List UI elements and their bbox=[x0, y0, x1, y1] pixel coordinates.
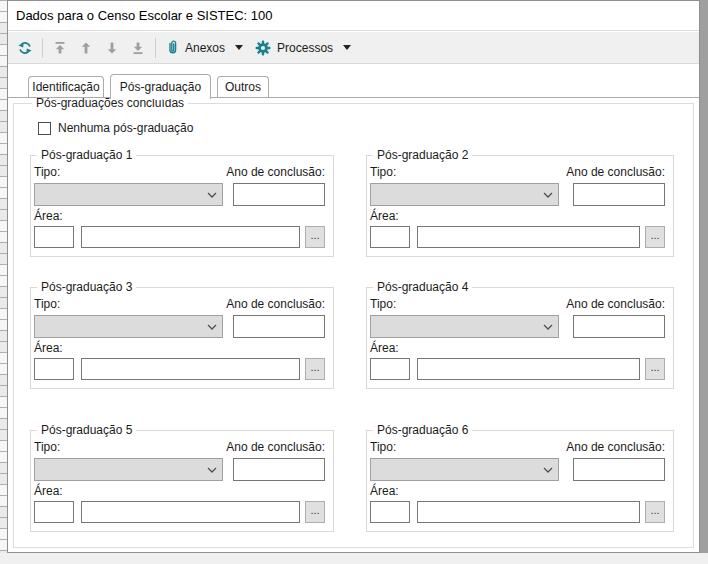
area-browse-button[interactable]: ... bbox=[645, 501, 665, 523]
toolbar-separator bbox=[155, 38, 156, 58]
ano-label: Ano de conclusão: bbox=[226, 440, 325, 454]
tipo-select[interactable] bbox=[370, 315, 559, 338]
ano-label: Ano de conclusão: bbox=[566, 440, 665, 454]
area-label: Área: bbox=[370, 209, 399, 223]
background-bottom-strip bbox=[0, 553, 708, 564]
groupbox-title: Pós-graduação 4 bbox=[373, 280, 472, 294]
tipo-select[interactable] bbox=[34, 458, 223, 481]
area-browse-button[interactable]: ... bbox=[305, 358, 325, 380]
area-code-input[interactable] bbox=[34, 358, 74, 380]
move-down-button[interactable] bbox=[99, 35, 125, 61]
checkbox-row: Nenhuma pós-graduação bbox=[38, 121, 193, 135]
area-code-input[interactable] bbox=[34, 501, 74, 523]
ano-conclusao-input[interactable] bbox=[573, 183, 665, 206]
area-browse-button[interactable]: ... bbox=[305, 501, 325, 523]
chevron-down-icon bbox=[202, 192, 222, 198]
area-label: Área: bbox=[370, 341, 399, 355]
ano-conclusao-input[interactable] bbox=[233, 458, 325, 481]
window-title: Dados para o Censo Escolar e SISTEC: 100 bbox=[16, 8, 273, 23]
move-last-icon bbox=[130, 40, 146, 56]
tipo-label: Tipo: bbox=[370, 440, 396, 454]
move-up-icon bbox=[78, 40, 94, 56]
area-desc-input[interactable] bbox=[417, 501, 640, 523]
titlebar[interactable]: Dados para o Censo Escolar e SISTEC: 100 bbox=[8, 1, 699, 31]
move-down-icon bbox=[104, 40, 120, 56]
nenhuma-pos-graduacao-checkbox[interactable] bbox=[38, 122, 51, 135]
tipo-select[interactable] bbox=[34, 315, 223, 338]
area-label: Área: bbox=[370, 484, 399, 498]
anexos-label: Anexos bbox=[185, 41, 225, 55]
groupbox-pos-graduacao-6: Pós-graduação 6 Tipo: Ano de conclusão: … bbox=[366, 430, 674, 532]
area-desc-input[interactable] bbox=[81, 226, 300, 248]
checkbox-label: Nenhuma pós-graduação bbox=[58, 121, 193, 135]
move-last-button[interactable] bbox=[125, 35, 151, 61]
ano-label: Ano de conclusão: bbox=[566, 297, 665, 311]
chevron-down-icon bbox=[202, 324, 222, 330]
groupbox-title: Pós-graduação 1 bbox=[37, 148, 136, 162]
ano-conclusao-input[interactable] bbox=[233, 183, 325, 206]
anexos-button[interactable]: Anexos bbox=[160, 35, 249, 61]
ano-conclusao-input[interactable] bbox=[573, 458, 665, 481]
area-browse-button[interactable]: ... bbox=[305, 226, 325, 248]
processos-button[interactable]: Processos bbox=[249, 35, 357, 61]
refresh-button[interactable] bbox=[12, 35, 38, 61]
chevron-down-icon bbox=[538, 467, 558, 473]
tipo-label: Tipo: bbox=[34, 297, 60, 311]
tab-pos-graduacao[interactable]: Pós-graduação bbox=[110, 74, 211, 99]
groupbox-pos-graduacao-5: Pós-graduação 5 Tipo: Ano de conclusão: … bbox=[30, 430, 334, 532]
area-desc-input[interactable] bbox=[417, 226, 640, 248]
groupbox-title: Pós-graduação 5 bbox=[37, 423, 136, 437]
groupbox-pos-graduacao-3: Pós-graduação 3 Tipo: Ano de conclusão: … bbox=[30, 287, 334, 389]
tab-label: Identificação bbox=[32, 80, 99, 94]
tab-identificacao[interactable]: Identificação bbox=[28, 76, 104, 97]
ano-label: Ano de conclusão: bbox=[566, 165, 665, 179]
tab-label: Pós-graduação bbox=[120, 80, 201, 94]
tipo-label: Tipo: bbox=[34, 440, 60, 454]
ano-conclusao-input[interactable] bbox=[573, 315, 665, 338]
move-first-icon bbox=[52, 40, 68, 56]
area-desc-input[interactable] bbox=[417, 358, 640, 380]
area-browse-button[interactable]: ... bbox=[645, 358, 665, 380]
tab-outros[interactable]: Outros bbox=[217, 76, 269, 97]
tipo-label: Tipo: bbox=[370, 165, 396, 179]
move-up-button[interactable] bbox=[73, 35, 99, 61]
area-browse-button[interactable]: ... bbox=[645, 226, 665, 248]
area-code-input[interactable] bbox=[34, 226, 74, 248]
area-desc-input[interactable] bbox=[81, 358, 300, 380]
tipo-label: Tipo: bbox=[34, 165, 60, 179]
area-code-input[interactable] bbox=[370, 358, 410, 380]
chevron-down-icon bbox=[538, 192, 558, 198]
chevron-down-icon bbox=[538, 324, 558, 330]
paperclip-icon bbox=[166, 39, 179, 56]
background-right-strip bbox=[700, 0, 708, 553]
area-label: Área: bbox=[34, 209, 63, 223]
chevron-down-icon bbox=[343, 45, 351, 50]
tipo-select[interactable] bbox=[370, 183, 559, 206]
tipo-select[interactable] bbox=[370, 458, 559, 481]
groupbox-pos-graduacao-1: Pós-graduação 1 Tipo: Ano de conclusão: … bbox=[30, 155, 334, 257]
refresh-icon bbox=[17, 40, 33, 56]
toolbar-separator bbox=[42, 38, 43, 58]
processos-label: Processos bbox=[277, 41, 333, 55]
tab-label: Outros bbox=[225, 80, 261, 94]
area-code-input[interactable] bbox=[370, 226, 410, 248]
groupbox-pos-graduacao-4: Pós-graduação 4 Tipo: Ano de conclusão: … bbox=[366, 287, 674, 389]
toolbar: Anexos Processos bbox=[8, 32, 699, 64]
groupbox-title: Pós-graduação 3 bbox=[37, 280, 136, 294]
chevron-down-icon bbox=[235, 45, 243, 50]
groupbox-pos-graduacao-2: Pós-graduação 2 Tipo: Ano de conclusão: … bbox=[366, 155, 674, 257]
groupbox-title: Pós-graduação 6 bbox=[373, 423, 472, 437]
area-label: Área: bbox=[34, 484, 63, 498]
move-first-button[interactable] bbox=[47, 35, 73, 61]
ano-label: Ano de conclusão: bbox=[226, 165, 325, 179]
tipo-select[interactable] bbox=[34, 183, 223, 206]
area-desc-input[interactable] bbox=[81, 501, 300, 523]
background-window-left-strip bbox=[0, 0, 7, 553]
area-label: Área: bbox=[34, 341, 63, 355]
screen: Dados para o Censo Escolar e SISTEC: 100 bbox=[0, 0, 708, 564]
ano-label: Ano de conclusão: bbox=[226, 297, 325, 311]
chevron-down-icon bbox=[202, 467, 222, 473]
ano-conclusao-input[interactable] bbox=[233, 315, 325, 338]
area-code-input[interactable] bbox=[370, 501, 410, 523]
tipo-label: Tipo: bbox=[370, 297, 396, 311]
